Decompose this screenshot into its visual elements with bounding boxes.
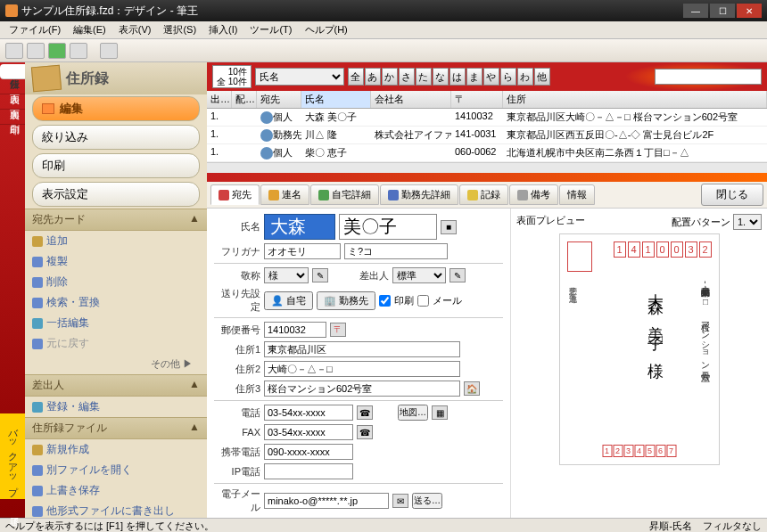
addr1-field[interactable] (264, 341, 460, 357)
tel-field[interactable] (264, 405, 353, 421)
mail-icon[interactable]: ✉ (392, 494, 408, 508)
ip-field[interactable] (264, 463, 353, 479)
tab-work[interactable]: 勤務先詳細 (380, 184, 458, 205)
kana-btn-5[interactable]: な (433, 68, 449, 86)
sb-other[interactable]: その他 ▶ (25, 354, 207, 374)
toolbar-btn-5[interactable] (100, 43, 118, 59)
map-button[interactable]: 地図… (398, 405, 428, 421)
table-row[interactable]: 1.個人柴〇 恵子060-0062北海道札幌市中央区南二条西１丁目□－△ (207, 144, 767, 162)
title-select[interactable]: 様 (264, 267, 309, 283)
addr3-field[interactable] (264, 381, 460, 397)
kana-btn-8[interactable]: や (483, 68, 499, 86)
table-row[interactable]: 1.個人大森 美〇子1410032東京都品川区大崎〇－△－□ 桜台マンション60… (207, 109, 767, 127)
tab-info[interactable]: 情報 (559, 184, 595, 205)
vtab-backup[interactable]: バックアップ (0, 413, 25, 499)
btn-work[interactable]: 🏢 勤務先 (317, 291, 375, 310)
title-edit-icon[interactable]: ✎ (312, 268, 328, 282)
col-addr[interactable]: 住所 (503, 91, 767, 108)
zip-lookup-icon[interactable]: 〒 (330, 323, 346, 337)
search-field-select[interactable]: 氏名 (255, 68, 344, 86)
sb-item-copy[interactable]: 複製 (25, 251, 207, 272)
tab-record[interactable]: 記録 (459, 184, 508, 205)
fax-field[interactable] (264, 424, 353, 440)
vtab-front[interactable]: 表面 (0, 79, 25, 94)
kana-btn-11[interactable]: 他 (534, 68, 550, 86)
table-row[interactable]: 1.勤務先…川△ 隆株式会社アイファ…141-0031東京都品川区西五反田〇-△… (207, 127, 767, 144)
col-out[interactable]: 出… (207, 91, 232, 108)
mobile-field[interactable] (264, 444, 353, 460)
kana-sur-field[interactable] (264, 243, 341, 259)
tab-joint[interactable]: 連名 (260, 184, 309, 205)
search-input[interactable] (655, 69, 762, 85)
col-dest[interactable]: 宛先 (257, 91, 301, 108)
surname-field[interactable]: 大森 (264, 214, 335, 240)
sb-display[interactable]: 表示設定 (32, 182, 200, 207)
kana-btn-6[interactable]: は (449, 68, 466, 86)
col-zip[interactable]: 〒 (451, 91, 503, 108)
cb-print[interactable] (379, 295, 391, 307)
kana-btn-2[interactable]: か (382, 68, 398, 86)
name-settings-icon[interactable]: ■ (441, 220, 457, 234)
col-company[interactable]: 会社名 (371, 91, 451, 108)
sb-item-batch[interactable]: 一括編集 (25, 313, 207, 333)
kana-btn-4[interactable]: た (416, 68, 432, 86)
home-icon-btn[interactable]: 🏠 (464, 381, 480, 396)
sb-item-save[interactable]: 上書き保存 (25, 480, 207, 501)
sb-item-search[interactable]: 検索・置換 (25, 292, 207, 313)
phone-icon[interactable]: ☎ (357, 405, 373, 420)
sender-edit-icon[interactable]: ✎ (449, 268, 466, 282)
sb-item-delete[interactable]: 削除 (25, 272, 207, 292)
addr2-field[interactable] (264, 361, 460, 377)
kana-btn-7[interactable]: ま (466, 68, 482, 86)
kana-btn-10[interactable]: わ (517, 68, 533, 86)
tab-addressee[interactable]: 宛先 (210, 184, 260, 205)
send-button[interactable]: 送る… (412, 493, 442, 509)
tab-home[interactable]: 自宅詳細 (310, 184, 379, 205)
kana-btn-9[interactable]: ら (500, 68, 516, 86)
tab-memo[interactable]: 備考 (509, 184, 558, 205)
sb-filter[interactable]: 絞り込み (32, 125, 200, 150)
vtab-exit[interactable]: 終了 (0, 503, 25, 518)
cb-mail[interactable] (417, 295, 429, 307)
close-button[interactable]: ✕ (737, 4, 762, 18)
grid-scrollbar[interactable] (207, 162, 767, 173)
vtab-print[interactable]: 印刷 (0, 110, 25, 125)
vtab-back[interactable]: 裏面 (0, 94, 25, 110)
vtab-addressbook[interactable]: 住所録 (0, 64, 25, 79)
sb-item-add[interactable]: 追加 (25, 231, 207, 251)
kana-giv-field[interactable] (344, 243, 448, 259)
sb-edit[interactable]: 編集 (32, 96, 200, 121)
zip-field[interactable] (264, 322, 326, 338)
col-dist[interactable]: 配… (232, 91, 257, 108)
email-field[interactable] (264, 493, 389, 509)
kana-btn-3[interactable]: さ (399, 68, 415, 86)
toolbar-btn-1[interactable] (5, 43, 23, 59)
close-panel-button[interactable]: 閉じる (701, 184, 763, 206)
pattern-select[interactable]: 1. (733, 214, 762, 230)
kana-btn-1[interactable]: あ (365, 68, 381, 86)
menu-edit[interactable]: 編集(E) (68, 21, 111, 38)
menu-file[interactable]: ファイル(F) (4, 21, 66, 38)
col-name[interactable]: 氏名 (301, 91, 371, 108)
sb-item-open[interactable]: 別ファイルを開く (25, 460, 207, 480)
menu-view[interactable]: 表示(V) (113, 21, 157, 38)
toolbar-btn-2[interactable] (27, 43, 45, 59)
maximize-button[interactable]: ☐ (710, 4, 735, 18)
sb-item-export[interactable]: 他形式ファイルに書き出し (25, 501, 207, 518)
map-icon[interactable]: ▦ (432, 405, 448, 420)
toolbar-btn-4[interactable] (70, 43, 87, 59)
sb-item-register[interactable]: 登録・編集 (25, 397, 207, 417)
minimize-button[interactable]: — (683, 4, 708, 18)
menu-help[interactable]: ヘルプ(H) (300, 21, 353, 38)
sender-select[interactable]: 標準 (392, 267, 446, 283)
sb-item-new[interactable]: 新規作成 (25, 439, 207, 460)
btn-home[interactable]: 👤 自宅 (264, 291, 313, 310)
menu-select[interactable]: 選択(S) (158, 21, 202, 38)
fax-icon[interactable]: ☎ (357, 425, 373, 439)
kana-btn-0[interactable]: 全 (348, 68, 364, 86)
menu-insert[interactable]: 挿入(I) (203, 21, 243, 38)
sb-print[interactable]: 印刷 (32, 153, 200, 178)
menu-tools[interactable]: ツール(T) (244, 21, 297, 38)
toolbar-btn-sound[interactable] (48, 43, 66, 59)
givenname-field[interactable]: 美〇子 (339, 214, 437, 240)
